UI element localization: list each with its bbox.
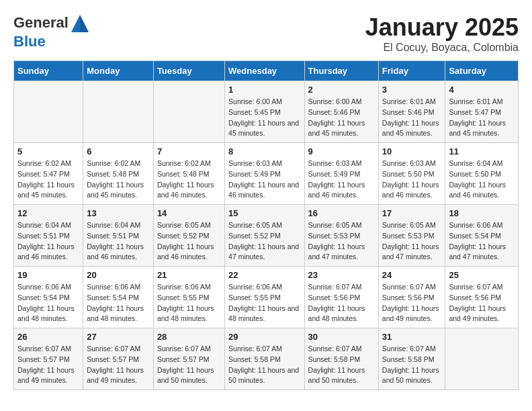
table-row: 24Sunrise: 6:07 AMSunset: 5:56 PMDayligh…: [378, 267, 445, 328]
calendar-week-row: 26Sunrise: 6:07 AMSunset: 5:57 PMDayligh…: [14, 328, 519, 390]
day-number: 6: [87, 146, 150, 156]
day-info: Sunrise: 6:03 AMSunset: 5:50 PMDaylight:…: [382, 158, 442, 201]
day-number: 19: [17, 270, 79, 280]
day-info: Sunrise: 6:07 AMSunset: 5:56 PMDaylight:…: [308, 282, 375, 324]
table-row: 17Sunrise: 6:05 AMSunset: 5:53 PMDayligh…: [378, 205, 445, 267]
day-info: Sunrise: 6:04 AMSunset: 5:51 PMDaylight:…: [17, 220, 79, 263]
day-info: Sunrise: 6:06 AMSunset: 5:54 PMDaylight:…: [449, 220, 515, 263]
calendar-week-row: 1Sunrise: 6:00 AMSunset: 5:45 PMDaylight…: [14, 81, 519, 143]
table-row: 2Sunrise: 6:00 AMSunset: 5:46 PMDaylight…: [304, 81, 378, 143]
title-block: January 2025 El Cocuy, Boyaca, Colombia: [365, 13, 519, 54]
day-info: Sunrise: 6:06 AMSunset: 5:54 PMDaylight:…: [17, 282, 79, 324]
day-info: Sunrise: 6:05 AMSunset: 5:52 PMDaylight:…: [157, 220, 221, 263]
day-number: 23: [308, 270, 375, 280]
col-wednesday: Wednesday: [225, 61, 304, 81]
day-number: 26: [17, 332, 79, 342]
day-info: Sunrise: 6:01 AMSunset: 5:47 PMDaylight:…: [449, 97, 515, 139]
day-number: 15: [228, 208, 300, 218]
table-row: 5Sunrise: 6:02 AMSunset: 5:47 PMDaylight…: [14, 143, 83, 205]
day-number: 12: [17, 208, 79, 218]
day-info: Sunrise: 6:07 AMSunset: 5:57 PMDaylight:…: [87, 344, 150, 386]
calendar-header-row: Sunday Monday Tuesday Wednesday Thursday…: [14, 61, 519, 81]
day-number: 10: [382, 146, 442, 156]
day-info: Sunrise: 6:00 AMSunset: 5:46 PMDaylight:…: [308, 97, 375, 139]
table-row: 20Sunrise: 6:06 AMSunset: 5:54 PMDayligh…: [83, 267, 154, 328]
svg-marker-1: [80, 15, 89, 32]
table-row: [83, 81, 154, 143]
table-row: 26Sunrise: 6:07 AMSunset: 5:57 PMDayligh…: [14, 328, 83, 390]
day-info: Sunrise: 6:07 AMSunset: 5:56 PMDaylight:…: [382, 282, 442, 324]
day-number: 16: [308, 208, 375, 218]
day-number: 4: [449, 85, 515, 95]
day-info: Sunrise: 6:07 AMSunset: 5:58 PMDaylight:…: [382, 344, 442, 386]
day-number: 22: [228, 270, 300, 280]
day-info: Sunrise: 6:01 AMSunset: 5:46 PMDaylight:…: [382, 97, 442, 139]
table-row: 31Sunrise: 6:07 AMSunset: 5:58 PMDayligh…: [378, 328, 445, 390]
col-sunday: Sunday: [14, 61, 83, 81]
table-row: 27Sunrise: 6:07 AMSunset: 5:57 PMDayligh…: [83, 328, 154, 390]
logo-icon: [70, 13, 90, 34]
table-row: 8Sunrise: 6:03 AMSunset: 5:49 PMDaylight…: [225, 143, 304, 205]
col-thursday: Thursday: [304, 61, 378, 81]
day-number: 24: [382, 270, 442, 280]
table-row: 6Sunrise: 6:02 AMSunset: 5:48 PMDaylight…: [83, 143, 154, 205]
table-row: 3Sunrise: 6:01 AMSunset: 5:46 PMDaylight…: [378, 81, 445, 143]
table-row: 7Sunrise: 6:02 AMSunset: 5:48 PMDaylight…: [153, 143, 224, 205]
day-info: Sunrise: 6:00 AMSunset: 5:45 PMDaylight:…: [228, 97, 300, 139]
day-info: Sunrise: 6:07 AMSunset: 5:58 PMDaylight:…: [308, 344, 375, 386]
col-tuesday: Tuesday: [153, 61, 224, 81]
table-row: 25Sunrise: 6:07 AMSunset: 5:56 PMDayligh…: [445, 267, 519, 328]
calendar-table: Sunday Monday Tuesday Wednesday Thursday…: [13, 60, 519, 390]
day-number: 2: [308, 85, 375, 95]
day-info: Sunrise: 6:07 AMSunset: 5:56 PMDaylight:…: [449, 282, 515, 324]
day-number: 8: [228, 146, 300, 156]
day-info: Sunrise: 6:06 AMSunset: 5:55 PMDaylight:…: [228, 282, 300, 324]
day-number: 5: [17, 146, 79, 156]
table-row: 23Sunrise: 6:07 AMSunset: 5:56 PMDayligh…: [304, 267, 378, 328]
col-friday: Friday: [378, 61, 445, 81]
calendar-subtitle: El Cocuy, Boyaca, Colombia: [365, 42, 519, 54]
day-number: 29: [228, 332, 300, 342]
table-row: 4Sunrise: 6:01 AMSunset: 5:47 PMDaylight…: [445, 81, 519, 143]
day-info: Sunrise: 6:06 AMSunset: 5:55 PMDaylight:…: [157, 282, 221, 324]
day-number: 31: [382, 332, 442, 342]
calendar-week-row: 12Sunrise: 6:04 AMSunset: 5:51 PMDayligh…: [14, 205, 519, 267]
day-info: Sunrise: 6:06 AMSunset: 5:54 PMDaylight:…: [87, 282, 150, 324]
table-row: 19Sunrise: 6:06 AMSunset: 5:54 PMDayligh…: [14, 267, 83, 328]
day-number: 1: [228, 85, 300, 95]
table-row: 18Sunrise: 6:06 AMSunset: 5:54 PMDayligh…: [445, 205, 519, 267]
calendar-week-row: 5Sunrise: 6:02 AMSunset: 5:47 PMDaylight…: [14, 143, 519, 205]
day-info: Sunrise: 6:07 AMSunset: 5:57 PMDaylight:…: [157, 344, 221, 386]
day-number: 20: [87, 270, 150, 280]
day-info: Sunrise: 6:07 AMSunset: 5:57 PMDaylight:…: [17, 344, 79, 386]
day-info: Sunrise: 6:04 AMSunset: 5:51 PMDaylight:…: [87, 220, 150, 263]
table-row: 10Sunrise: 6:03 AMSunset: 5:50 PMDayligh…: [378, 143, 445, 205]
day-info: Sunrise: 6:05 AMSunset: 5:53 PMDaylight:…: [308, 220, 375, 263]
col-monday: Monday: [83, 61, 154, 81]
table-row: 9Sunrise: 6:03 AMSunset: 5:49 PMDaylight…: [304, 143, 378, 205]
logo: General Blue: [13, 13, 90, 50]
table-row: 1Sunrise: 6:00 AMSunset: 5:45 PMDaylight…: [225, 81, 304, 143]
table-row: 13Sunrise: 6:04 AMSunset: 5:51 PMDayligh…: [83, 205, 154, 267]
day-info: Sunrise: 6:03 AMSunset: 5:49 PMDaylight:…: [308, 158, 375, 201]
day-info: Sunrise: 6:04 AMSunset: 5:50 PMDaylight:…: [449, 158, 515, 201]
table-row: [445, 328, 519, 390]
calendar-week-row: 19Sunrise: 6:06 AMSunset: 5:54 PMDayligh…: [14, 267, 519, 328]
logo-general: General: [13, 14, 69, 31]
day-info: Sunrise: 6:02 AMSunset: 5:48 PMDaylight:…: [157, 158, 221, 201]
table-row: 28Sunrise: 6:07 AMSunset: 5:57 PMDayligh…: [153, 328, 224, 390]
day-info: Sunrise: 6:07 AMSunset: 5:58 PMDaylight:…: [228, 344, 300, 386]
table-row: 22Sunrise: 6:06 AMSunset: 5:55 PMDayligh…: [225, 267, 304, 328]
day-number: 28: [157, 332, 221, 342]
day-info: Sunrise: 6:05 AMSunset: 5:52 PMDaylight:…: [228, 220, 300, 263]
table-row: [153, 81, 224, 143]
table-row: 21Sunrise: 6:06 AMSunset: 5:55 PMDayligh…: [153, 267, 224, 328]
table-row: 11Sunrise: 6:04 AMSunset: 5:50 PMDayligh…: [445, 143, 519, 205]
day-number: 17: [382, 208, 442, 218]
table-row: 14Sunrise: 6:05 AMSunset: 5:52 PMDayligh…: [153, 205, 224, 267]
table-row: 30Sunrise: 6:07 AMSunset: 5:58 PMDayligh…: [304, 328, 378, 390]
page-header: General Blue January 2025 El Cocuy, Boya…: [13, 13, 519, 54]
day-info: Sunrise: 6:02 AMSunset: 5:48 PMDaylight:…: [87, 158, 150, 201]
table-row: 12Sunrise: 6:04 AMSunset: 5:51 PMDayligh…: [14, 205, 83, 267]
logo-blue: Blue: [13, 33, 46, 50]
